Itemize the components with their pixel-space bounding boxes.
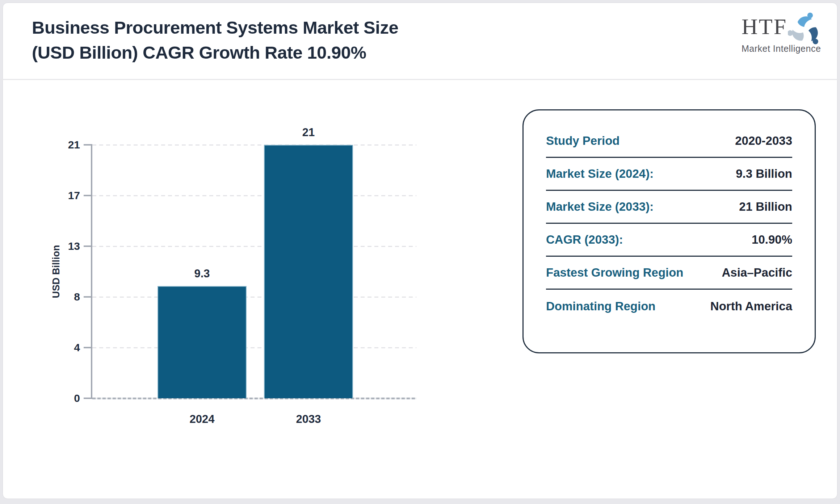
bar-value-label: 21: [269, 126, 348, 139]
bar-value-label: 9.3: [162, 267, 242, 280]
y-gridline: [92, 144, 416, 146]
htf-logo-text: HTF: [742, 11, 787, 42]
y-tick-label: 4: [47, 342, 80, 353]
y-gridline: [92, 297, 416, 298]
info-row: CAGR (2033):10.90%: [546, 224, 792, 257]
htf-logo: HTF Market Intelligence: [742, 11, 825, 54]
info-row-label: Dominating Region: [546, 299, 655, 313]
y-axis-title: USD Billion: [51, 217, 65, 326]
info-row: Study Period2020-2033: [546, 125, 792, 158]
y-tick-label: 8: [47, 291, 80, 302]
page-title-line-2: (USD Billion) CAGR Growth Rate 10.90%: [32, 40, 539, 65]
y-gridline: [92, 246, 416, 247]
y-axis-line: [91, 144, 92, 399]
y-tick-label: 13: [47, 241, 80, 252]
y-gridline: [92, 195, 416, 196]
info-row-value: North America: [710, 299, 792, 313]
x-axis-category-label: 2024: [158, 413, 247, 426]
bar-2033: [264, 145, 353, 398]
page-title-line-1: Business Procurement Systems Market Size: [32, 15, 539, 40]
page-title: Business Procurement Systems Market Size…: [32, 15, 539, 65]
htf-logo-subtext: Market Intelligence: [742, 43, 825, 54]
y-tick-label: 0: [47, 393, 80, 404]
triskelion-figures-icon: [788, 11, 823, 46]
info-row-label: Fastest Growing Region: [546, 266, 684, 280]
info-row-value: 2020-2033: [735, 134, 792, 148]
x-axis-category-label: 2033: [264, 413, 353, 426]
info-row: Fastest Growing RegionAsia–Pacific: [546, 257, 792, 290]
info-row-value: 21 Billion: [739, 200, 792, 214]
info-row: Dominating RegionNorth America: [546, 290, 792, 323]
info-row: Market Size (2024):9.3 Billion: [546, 158, 792, 191]
bar-2024: [158, 286, 247, 398]
info-row-value: 9.3 Billion: [736, 167, 792, 181]
info-row-value: 10.90%: [752, 233, 792, 247]
y-tick-label: 17: [47, 190, 80, 201]
info-row-label: Market Size (2024):: [546, 167, 654, 181]
y-gridline: [92, 347, 416, 348]
info-row-label: Study Period: [546, 134, 620, 148]
info-row-value: Asia–Pacific: [722, 266, 792, 280]
x-axis-baseline: [92, 398, 416, 399]
info-row: Market Size (2033):21 Billion: [546, 191, 792, 224]
info-row-label: CAGR (2033):: [546, 233, 623, 247]
header-divider: [0, 79, 840, 80]
info-panel: Study Period2020-2033Market Size (2024):…: [522, 109, 816, 353]
info-row-label: Market Size (2033):: [546, 200, 654, 214]
y-tick-label: 21: [47, 139, 80, 150]
